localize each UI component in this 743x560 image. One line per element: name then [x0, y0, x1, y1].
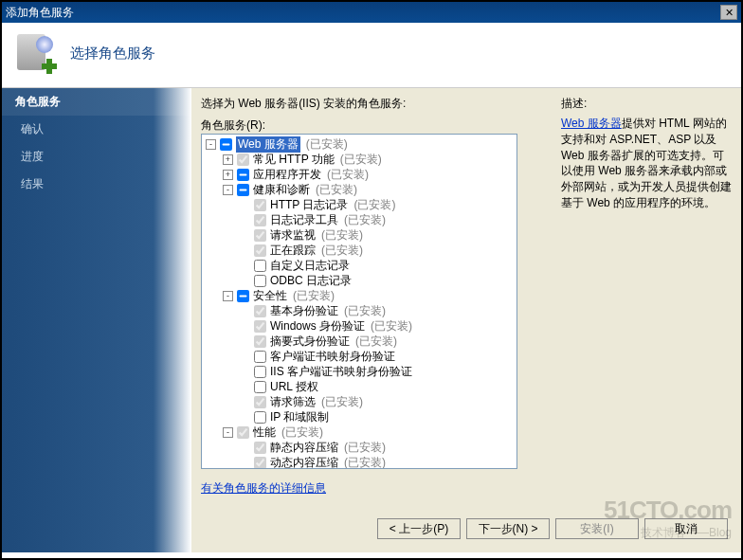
- sidebar-item-2[interactable]: 进度: [2, 143, 191, 171]
- tree-checkbox: [254, 442, 266, 454]
- tree-label[interactable]: 常见 HTTP 功能: [253, 152, 335, 168]
- tree-label[interactable]: 自定义日志记录: [270, 258, 350, 274]
- tree-row[interactable]: URL 授权: [202, 379, 516, 394]
- expand-icon[interactable]: +: [223, 154, 233, 165]
- description-link[interactable]: Web 服务器: [561, 117, 622, 130]
- tree-checkbox[interactable]: [254, 260, 266, 272]
- tree-checkbox[interactable]: [254, 366, 266, 378]
- collapse-icon[interactable]: -: [206, 139, 216, 150]
- tree-label[interactable]: URL 授权: [270, 379, 318, 395]
- tree-row[interactable]: 正在跟踪(已安装): [202, 243, 516, 258]
- tree-row[interactable]: 请求监视(已安装): [202, 227, 516, 243]
- tree-checkbox[interactable]: [237, 184, 249, 196]
- installed-tag: (已安装): [321, 227, 363, 244]
- tree-checkbox: [254, 229, 266, 242]
- wizard-icon: [15, 32, 57, 74]
- tree-checkbox[interactable]: [237, 290, 249, 302]
- tree-label[interactable]: 日志记录工具: [270, 212, 338, 228]
- expand-icon[interactable]: +: [223, 170, 233, 180]
- close-button[interactable]: ✕: [720, 5, 737, 20]
- tree-row[interactable]: -性能(已安装): [202, 425, 516, 440]
- description-text: Web 服务器提供对 HTML 网站的支持和对 ASP.NET、ASP 以及 W…: [561, 116, 732, 211]
- tree-checkbox: [254, 396, 266, 408]
- tree-row[interactable]: 摘要式身份验证(已安装): [202, 334, 516, 349]
- tree-row[interactable]: +常见 HTTP 功能(已安装): [202, 152, 516, 167]
- installed-tag: (已安装): [344, 212, 386, 228]
- tree-row[interactable]: Windows 身份验证(已安装): [202, 318, 516, 334]
- tree-label[interactable]: 动态内容压缩: [270, 455, 338, 470]
- tree-label[interactable]: Windows 身份验证: [270, 318, 365, 334]
- tree-label[interactable]: 静态内容压缩: [270, 440, 338, 456]
- tree-row[interactable]: 基本身份验证(已安装): [202, 303, 516, 318]
- tree-checkbox[interactable]: [254, 275, 266, 287]
- installed-tag: (已安装): [344, 303, 386, 319]
- installed-tag: (已安装): [327, 167, 369, 183]
- installed-tag: (已安装): [321, 394, 363, 410]
- collapse-icon[interactable]: -: [223, 185, 233, 195]
- installed-tag: (已安装): [344, 440, 386, 456]
- tree-row[interactable]: -健康和诊断(已安装): [202, 182, 516, 197]
- tree-checkbox[interactable]: [237, 169, 249, 181]
- tree-row[interactable]: HTTP 日志记录(已安装): [202, 197, 516, 212]
- tree-label[interactable]: 客户端证书映射身份验证: [270, 349, 395, 365]
- tree-label[interactable]: Web 服务器: [236, 136, 300, 153]
- tree-row[interactable]: 动态内容压缩(已安装): [202, 455, 516, 469]
- tree-row[interactable]: ODBC 日志记录: [202, 273, 516, 288]
- tree-checkbox: [254, 320, 266, 333]
- tree-label[interactable]: 应用程序开发: [253, 167, 321, 183]
- prev-button[interactable]: < 上一步(P): [377, 518, 461, 539]
- tree-checkbox: [254, 214, 266, 226]
- tree-checkbox[interactable]: [254, 411, 266, 424]
- tree-row[interactable]: 日志记录工具(已安装): [202, 212, 516, 227]
- more-info-link[interactable]: 有关角色服务的详细信息: [201, 481, 326, 495]
- installed-tag: (已安装): [355, 334, 397, 350]
- sidebar-item-1[interactable]: 确认: [2, 116, 191, 143]
- tree-checkbox: [254, 335, 266, 348]
- installed-tag: (已安装): [371, 318, 412, 334]
- tree-label[interactable]: 摘要式身份验证: [270, 334, 350, 350]
- sidebar-item-0[interactable]: 角色服务: [2, 88, 191, 116]
- tree-label[interactable]: 健康和诊断: [253, 182, 310, 198]
- window-title: 添加角色服务: [6, 5, 720, 21]
- role-tree[interactable]: -Web 服务器(已安装)+常见 HTTP 功能(已安装)+应用程序开发(已安装…: [201, 134, 517, 469]
- next-button[interactable]: 下一步(N) >: [466, 518, 550, 539]
- instruction-text: 选择为 Web 服务器(IIS) 安装的角色服务:: [201, 96, 550, 112]
- tree-row[interactable]: 自定义日志记录: [202, 258, 516, 273]
- collapse-icon[interactable]: -: [223, 291, 233, 301]
- tree-label[interactable]: HTTP 日志记录: [270, 197, 348, 213]
- installed-tag: (已安装): [344, 455, 386, 470]
- tree-checkbox: [237, 154, 249, 166]
- tree-checkbox[interactable]: [220, 138, 232, 151]
- tree-checkbox: [254, 199, 266, 211]
- tree-row[interactable]: IP 和域限制: [202, 409, 516, 425]
- cancel-button[interactable]: 取消: [644, 518, 728, 539]
- tree-label[interactable]: ODBC 日志记录: [270, 273, 352, 289]
- install-button[interactable]: 安装(I): [555, 518, 639, 539]
- tree-row[interactable]: 静态内容压缩(已安装): [202, 440, 516, 455]
- tree-checkbox: [237, 426, 249, 439]
- tree-row[interactable]: -Web 服务器(已安装): [202, 136, 516, 152]
- tree-row[interactable]: 请求筛选(已安装): [202, 394, 516, 409]
- wizard-buttons: < 上一步(P) 下一步(N) > 安装(I) 取消: [377, 518, 728, 539]
- tree-label[interactable]: 性能: [253, 425, 276, 441]
- tree-label[interactable]: 请求筛选: [270, 394, 316, 410]
- tree-checkbox: [254, 305, 266, 317]
- tree-label[interactable]: IP 和域限制: [270, 409, 329, 425]
- tree-label[interactable]: IIS 客户端证书映射身份验证: [270, 364, 412, 380]
- installed-tag: (已安装): [321, 243, 363, 259]
- tree-row[interactable]: IIS 客户端证书映射身份验证: [202, 364, 516, 379]
- installed-tag: (已安装): [340, 152, 382, 168]
- collapse-icon[interactable]: -: [223, 427, 233, 438]
- tree-label[interactable]: 基本身份验证: [270, 303, 338, 319]
- tree-row[interactable]: +应用程序开发(已安装): [202, 167, 516, 182]
- tree-label[interactable]: 安全性: [253, 288, 287, 304]
- tree-checkbox[interactable]: [254, 351, 266, 363]
- tree-label[interactable]: 正在跟踪: [270, 243, 316, 259]
- tree-checkbox[interactable]: [254, 381, 266, 393]
- tree-row[interactable]: 客户端证书映射身份验证: [202, 349, 516, 364]
- tree-label[interactable]: 请求监视: [270, 227, 316, 244]
- role-services-label: 角色服务(R):: [201, 117, 550, 134]
- tree-row[interactable]: -安全性(已安装): [202, 288, 516, 303]
- main-panel: 选择为 Web 服务器(IIS) 安装的角色服务: 角色服务(R): -Web …: [191, 88, 741, 552]
- sidebar-item-3[interactable]: 结果: [2, 171, 191, 198]
